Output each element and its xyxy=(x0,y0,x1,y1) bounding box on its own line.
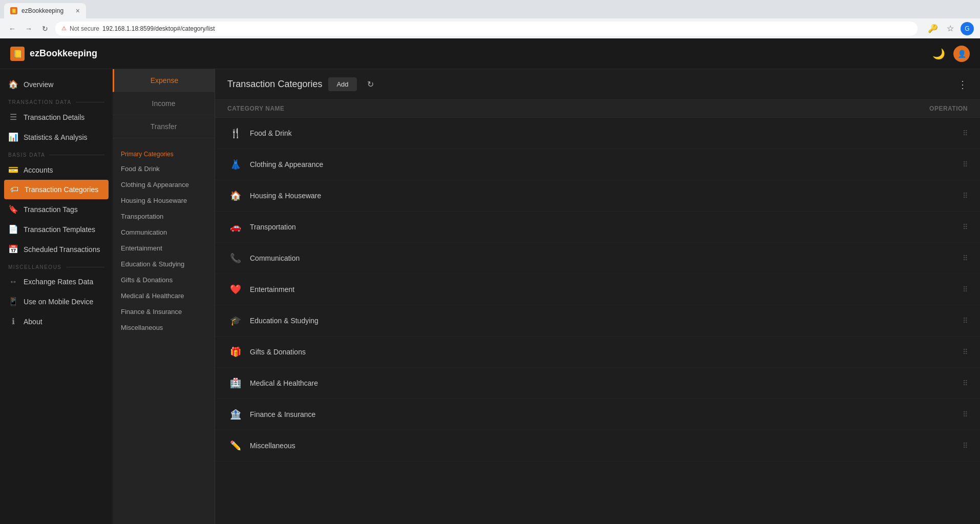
sidebar-item-accounts[interactable]: 💳 Accounts xyxy=(0,160,113,180)
category-icon-food-drink: 🍴 xyxy=(227,125,244,141)
calendar-icon: 📅 xyxy=(8,244,18,254)
sidebar-cat-entertainment[interactable]: Entertainment xyxy=(113,240,215,256)
sidebar-item-exchange-rates[interactable]: ↔ Exchange Rates Data xyxy=(0,272,113,291)
sidebar-section-basis-data: BASIS DATA xyxy=(0,147,113,160)
sidebar-label-use-on-mobile: Use on Mobile Device xyxy=(24,298,93,306)
category-name-gifts: Gifts & Donations xyxy=(250,348,306,356)
sidebar-label-statistics: Statistics & Analysis xyxy=(24,133,88,141)
row-action-communication[interactable]: ⠿ xyxy=(963,254,968,262)
sidebar-item-statistics[interactable]: 📊 Statistics & Analysis xyxy=(0,127,113,147)
sidebar-cat-gifts[interactable]: Gifts & Donations xyxy=(113,272,215,288)
sidebar-item-overview[interactable]: 🏠 Overview xyxy=(0,74,113,94)
divider-line xyxy=(76,102,104,102)
browser-tabs: 📒 ezBookkeeping × xyxy=(0,0,980,18)
sidebar-label-transaction-categories: Transaction Categories xyxy=(25,185,98,194)
sidebar-cat-medical[interactable]: Medical & Healthcare xyxy=(113,288,215,304)
table-row[interactable]: 🎁 Gifts & Donations ⠿ xyxy=(215,337,980,368)
browser-tab-active[interactable]: 📒 ezBookkeeping × xyxy=(4,3,86,18)
browser-actions: 🔑 ☆ G xyxy=(926,22,974,36)
transaction-data-label: TRANSACTION DATA xyxy=(8,99,72,105)
table-row[interactable]: 🎓 Education & Studying ⠿ xyxy=(215,305,980,337)
sidebar-cat-communication[interactable]: Communication xyxy=(113,224,215,240)
user-avatar[interactable]: 👤 xyxy=(953,46,970,62)
sidebar-cat-food-drink[interactable]: Food & Drink xyxy=(113,161,215,177)
tab-close-button[interactable]: × xyxy=(76,7,80,15)
categories-table: 🍴 Food & Drink ⠿ 👗 Clothing & Appearance… xyxy=(215,118,980,524)
theme-toggle-button[interactable]: 🌙 xyxy=(932,48,945,60)
category-name-communication: Communication xyxy=(250,254,300,262)
sidebar-cat-clothing[interactable]: Clothing & Appearance xyxy=(113,177,215,193)
income-tab-label: Income xyxy=(152,99,176,108)
table-row[interactable]: 👗 Clothing & Appearance ⠿ xyxy=(215,149,980,180)
address-bar[interactable]: ⚠ Not secure 192.168.1.18:8599/desktop#/… xyxy=(55,22,918,36)
sidebar-item-transaction-tags[interactable]: 🔖 Transaction Tags xyxy=(0,199,113,219)
miscellaneous-label: MISCELLANEOUS xyxy=(8,264,62,270)
sidebar-label-about: About xyxy=(24,318,42,326)
back-button[interactable]: ← xyxy=(6,23,18,35)
row-action-housing[interactable]: ⠿ xyxy=(963,192,968,200)
page-title: Transaction Categories xyxy=(227,79,322,90)
category-icon-entertainment: ❤️ xyxy=(227,281,244,298)
sidebar-cat-education[interactable]: Education & Studying xyxy=(113,256,215,272)
tag-icon: 🏷 xyxy=(9,185,19,194)
table-row[interactable]: ❤️ Entertainment ⠿ xyxy=(215,274,980,305)
category-icon-medical: 🏥 xyxy=(227,375,244,391)
category-list-sidebar: Primary Categories Food & Drink Clothing… xyxy=(113,138,215,344)
category-name-education: Education & Studying xyxy=(250,317,318,325)
table-row[interactable]: 🏠 Housing & Houseware ⠿ xyxy=(215,180,980,212)
browser-chrome: 📒 ezBookkeeping × ← → ↻ ⚠ Not secure 192… xyxy=(0,0,980,38)
more-options-button[interactable]: ⋮ xyxy=(957,78,968,91)
row-action-medical[interactable]: ⠿ xyxy=(963,379,968,387)
sidebar-item-about[interactable]: ℹ About xyxy=(0,311,113,331)
add-button[interactable]: Add xyxy=(328,77,356,91)
category-icon-finance: 🏦 xyxy=(227,406,244,423)
header-category-name: CATEGORY NAME xyxy=(227,105,285,112)
primary-categories-title: Primary Categories xyxy=(113,146,215,161)
row-action-food-drink[interactable]: ⠿ xyxy=(963,129,968,137)
main-panel-header: Transaction Categories Add ↻ ⋮ xyxy=(215,69,980,100)
sidebar-cat-transportation[interactable]: Transportation xyxy=(113,208,215,224)
table-row[interactable]: 🚗 Transportation ⠿ xyxy=(215,212,980,243)
table-row[interactable]: 🍴 Food & Drink ⠿ xyxy=(215,118,980,149)
row-action-education[interactable]: ⠿ xyxy=(963,317,968,325)
sidebar-label-accounts: Accounts xyxy=(24,166,53,174)
sidebar-section-miscellaneous: MISCELLANEOUS xyxy=(0,259,113,272)
reload-button[interactable]: ↻ xyxy=(39,23,51,35)
sidebar-cat-finance[interactable]: Finance & Insurance xyxy=(113,304,215,320)
table-row[interactable]: 🏥 Medical & Healthcare ⠿ xyxy=(215,368,980,399)
row-action-gifts[interactable]: ⠿ xyxy=(963,348,968,356)
row-action-entertainment[interactable]: ⠿ xyxy=(963,285,968,294)
sidebar-item-scheduled-transactions[interactable]: 📅 Scheduled Transactions xyxy=(0,239,113,259)
bookmark-icon[interactable]: ☆ xyxy=(943,22,957,36)
credit-card-icon: 💳 xyxy=(8,165,18,175)
category-name-entertainment: Entertainment xyxy=(250,285,294,294)
sidebar-item-transaction-templates[interactable]: 📄 Transaction Templates xyxy=(0,219,113,239)
row-action-clothing[interactable]: ⠿ xyxy=(963,160,968,169)
row-action-finance[interactable]: ⠿ xyxy=(963,410,968,418)
sidebar-label-overview: Overview xyxy=(24,80,53,89)
sidebar-item-use-on-mobile[interactable]: 📱 Use on Mobile Device xyxy=(0,291,113,311)
category-icon-housing: 🏠 xyxy=(227,187,244,204)
type-tab-income[interactable]: Income xyxy=(113,92,215,115)
category-name-transportation: Transportation xyxy=(250,223,296,231)
row-action-transportation[interactable]: ⠿ xyxy=(963,223,968,231)
category-name-clothing: Clothing & Appearance xyxy=(250,160,323,169)
profile-button[interactable]: G xyxy=(961,22,974,35)
exchange-icon: ↔ xyxy=(8,277,18,286)
type-tab-expense[interactable]: Expense xyxy=(113,69,215,92)
transfer-tab-label: Transfer xyxy=(151,122,177,131)
table-row[interactable]: ✏️ Miscellaneous ⠿ xyxy=(215,430,980,462)
table-row[interactable]: 🏦 Finance & Insurance ⠿ xyxy=(215,399,980,430)
type-tab-transfer[interactable]: Transfer xyxy=(113,115,215,138)
sidebar-cat-miscellaneous[interactable]: Miscellaneous xyxy=(113,320,215,336)
forward-button[interactable]: → xyxy=(23,23,35,35)
table-row[interactable]: 📞 Communication ⠿ xyxy=(215,243,980,274)
sidebar-cat-housing[interactable]: Housing & Houseware xyxy=(113,193,215,208)
sidebar-item-transaction-details[interactable]: ☰ Transaction Details xyxy=(0,107,113,127)
info-icon: ℹ xyxy=(8,317,18,326)
refresh-button[interactable]: ↻ xyxy=(363,77,378,91)
row-action-miscellaneous[interactable]: ⠿ xyxy=(963,442,968,450)
category-icon-transportation: 🚗 xyxy=(227,219,244,235)
key-icon[interactable]: 🔑 xyxy=(926,22,940,36)
sidebar-item-transaction-categories[interactable]: 🏷 Transaction Categories xyxy=(4,180,109,199)
